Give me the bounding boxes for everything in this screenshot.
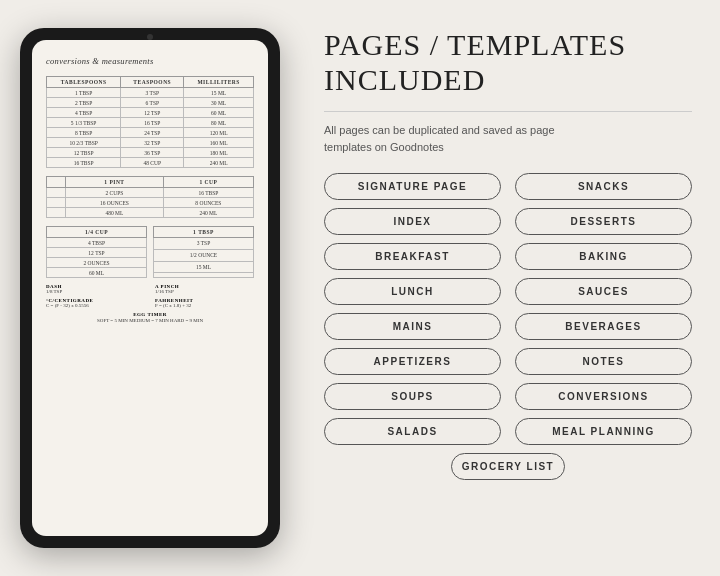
col-tablespoons: TABLESPOONS xyxy=(47,77,121,88)
col-teaspoons: TEASPOONS xyxy=(121,77,184,88)
table-row: 480 ML240 ML xyxy=(47,208,254,218)
fahrenheit-item: FAHRENHEIT F = (C x 1.8) + 32 xyxy=(155,298,254,308)
tag-appetizers[interactable]: APPETIZERS xyxy=(324,348,501,375)
dash-value: 1/8 TSP xyxy=(46,289,145,294)
tag-breakfast[interactable]: BREAKFAST xyxy=(324,243,501,270)
main-conversion-table: TABLESPOONS TEASPOONS MILLILITERS 1 TBSP… xyxy=(46,76,254,168)
page-title: PAGES / TEMPLATESINCLUDED xyxy=(324,28,692,97)
table-row: 5 1/3 TBSP16 TSP80 ML xyxy=(47,118,254,128)
dash-pinch-row: DASH 1/8 TSP A PINCH 1/16 TSP xyxy=(46,284,254,294)
tag-salads[interactable]: SALADS xyxy=(324,418,501,445)
tablet-title: conversions & measurements xyxy=(46,56,254,66)
pint-cup-table: 1 PINT 1 CUP 2 CUPS16 TBSP 16 OUNCES8 OU… xyxy=(46,176,254,218)
tag-grocery-list[interactable]: GROCERY LIST xyxy=(451,453,565,480)
table-row: 60 ML xyxy=(47,268,147,278)
col-one-tbsp: 1 TBSP xyxy=(154,227,254,238)
table-row: 16 OUNCES8 OUNCES xyxy=(47,198,254,208)
tag-sauces[interactable]: SAUCES xyxy=(515,278,692,305)
table-row xyxy=(154,273,254,278)
egg-timer-label: EGG TIMER xyxy=(46,312,254,317)
tag-desserts[interactable]: DESSERTS xyxy=(515,208,692,235)
tablet-camera xyxy=(147,34,153,40)
table-row: 12 TSP xyxy=(47,248,147,258)
tag-signature-page[interactable]: SIGNATURE PAGE xyxy=(324,173,501,200)
table-row: 2 OUNCES xyxy=(47,258,147,268)
table-row: 2 CUPS16 TBSP xyxy=(47,188,254,198)
dash-item: DASH 1/8 TSP xyxy=(46,284,145,294)
one-tbsp-table: 1 TBSP 3 TSP 1/2 OUNCE 15 ML xyxy=(153,226,254,278)
table-row: 4 TBSP12 TSP60 ML xyxy=(47,108,254,118)
table-row: 4 TBSP xyxy=(47,238,147,248)
egg-timer-values: SOFT = 5 MIN MEDIUM = 7 MIN HARD = 9 MIN xyxy=(46,318,254,323)
fahrenheit-value: F = (C x 1.8) + 32 xyxy=(155,303,254,308)
subtitle: All pages can be duplicated and saved as… xyxy=(324,122,692,155)
col-empty xyxy=(47,177,66,188)
tag-conversions[interactable]: CONVERSIONS xyxy=(515,383,692,410)
divider xyxy=(324,111,692,112)
table-row: 1 TBSP3 TSP15 ML xyxy=(47,88,254,98)
celsius-item: °C/CENTIGRADE C = (F - 32) x 0.5556 xyxy=(46,298,145,308)
tag-notes[interactable]: NOTES xyxy=(515,348,692,375)
tablet-mockup: conversions & measurements TABLESPOONS T… xyxy=(20,28,280,548)
celsius-value: C = (F - 32) x 0.5556 xyxy=(46,303,145,308)
tag-meal-planning[interactable]: MEAL PLANNING xyxy=(515,418,692,445)
tag-lunch[interactable]: LUNCH xyxy=(324,278,501,305)
tag-baking[interactable]: BAKING xyxy=(515,243,692,270)
table-row: 15 ML xyxy=(154,261,254,273)
pinch-item: A PINCH 1/16 TSP xyxy=(155,284,254,294)
temp-row: °C/CENTIGRADE C = (F - 32) x 0.5556 FAHR… xyxy=(46,298,254,308)
quarter-cup-table: 1/4 CUP 4 TBSP 12 TSP 2 OUNCES 60 ML xyxy=(46,226,147,278)
table-row: 1/2 OUNCE xyxy=(154,249,254,261)
tag-mains[interactable]: MAINS xyxy=(324,313,501,340)
tag-soups[interactable]: SOUPS xyxy=(324,383,501,410)
tag-snacks[interactable]: SNACKS xyxy=(515,173,692,200)
col-pint: 1 PINT xyxy=(66,177,164,188)
col-cup: 1 CUP xyxy=(163,177,253,188)
egg-timer-section: EGG TIMER SOFT = 5 MIN MEDIUM = 7 MIN HA… xyxy=(46,312,254,323)
table-row: 12 TBSP36 TSP180 ML xyxy=(47,148,254,158)
table-row: 16 TBSP48 CUP240 ML xyxy=(47,158,254,168)
table-row: 10 2/3 TBSP32 TSP160 ML xyxy=(47,138,254,148)
left-panel: conversions & measurements TABLESPOONS T… xyxy=(0,0,300,576)
table-row: 3 TSP xyxy=(154,238,254,250)
right-panel: PAGES / TEMPLATESINCLUDED All pages can … xyxy=(300,0,720,576)
col-quarter-cup: 1/4 CUP xyxy=(47,227,147,238)
pinch-value: 1/16 TSP xyxy=(155,289,254,294)
tablet-screen: conversions & measurements TABLESPOONS T… xyxy=(32,40,268,536)
col-milliliters: MILLILITERS xyxy=(184,77,254,88)
table-row: 2 TBSP6 TSP30 ML xyxy=(47,98,254,108)
tag-beverages[interactable]: BEVERAGES xyxy=(515,313,692,340)
tag-index[interactable]: INDEX xyxy=(324,208,501,235)
tags-grid: SIGNATURE PAGE SNACKS INDEX DESSERTS BRE… xyxy=(324,173,692,480)
table-row: 8 TBSP24 TSP120 ML xyxy=(47,128,254,138)
